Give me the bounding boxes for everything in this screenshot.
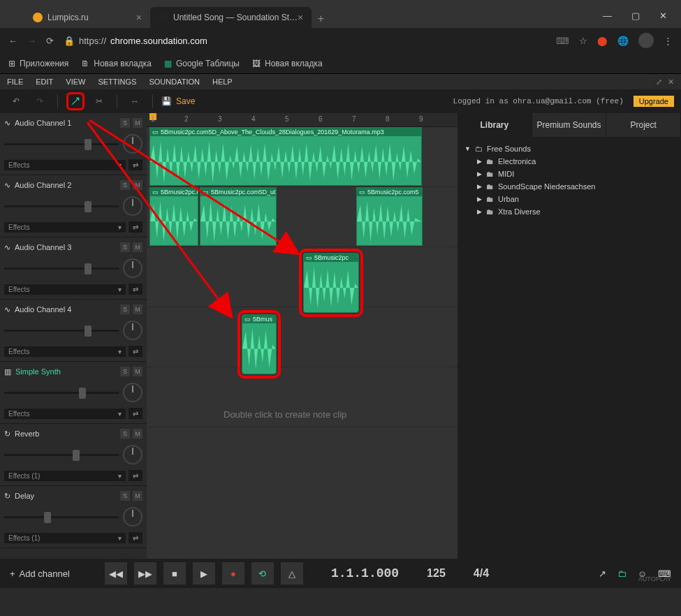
loop-button[interactable]: ⟲	[251, 562, 274, 585]
mute-button[interactable]: M	[133, 367, 142, 376]
pan-knob[interactable]	[123, 258, 142, 278]
track-name[interactable]: Audio Channel 1	[15, 119, 71, 127]
effects-dropdown[interactable]: Effects▾	[4, 222, 126, 233]
stop-button[interactable]: ■	[163, 562, 186, 585]
browser-tab[interactable]: Untitled Song — Soundation St… ×	[150, 7, 312, 28]
track[interactable]: ∿ Audio Channel 1 SM Effects▾ ⇄	[0, 113, 147, 175]
pan-knob[interactable]	[123, 321, 142, 340]
solo-button[interactable]: S	[120, 180, 130, 190]
mute-button[interactable]: M	[133, 242, 142, 252]
tree-folder[interactable]: ▶🖿SoundScape Niedersachsen	[463, 180, 675, 193]
audio-clip[interactable]: ▭5Bmus	[242, 314, 277, 374]
automation-button[interactable]: ⇄	[129, 284, 142, 295]
volume-slider[interactable]	[4, 516, 119, 518]
audio-clip[interactable]: ▭5Bmusic2pc.com5D	[149, 187, 198, 246]
extension-icon[interactable]: ⬤	[597, 36, 608, 46]
metronome-button[interactable]: △	[281, 562, 303, 585]
close-window-button[interactable]: ✕	[659, 10, 667, 21]
track-name[interactable]: Audio Channel 4	[15, 305, 71, 314]
audio-clip[interactable]: ▭5Bmusic2pc	[303, 253, 359, 313]
close-icon[interactable]: ×	[136, 12, 142, 23]
track[interactable]: ∿ Audio Channel 3 SM Effects▾ ⇄	[0, 237, 147, 300]
solo-button[interactable]: S	[120, 429, 130, 439]
tab-premium[interactable]: Premium Sounds	[532, 113, 607, 137]
menu-soundation[interactable]: SOUNDATION	[149, 78, 200, 86]
automation-button[interactable]: ⇄	[129, 221, 142, 233]
share-icon[interactable]: ↗	[599, 569, 606, 579]
record-button[interactable]: ●	[222, 562, 244, 585]
pan-knob[interactable]	[123, 383, 142, 402]
profile-avatar[interactable]	[638, 33, 654, 48]
save-button[interactable]: 💾 Save	[161, 96, 195, 106]
bookmark-item[interactable]: 🖼Новая вкладка	[252, 59, 323, 68]
tab-library[interactable]: Library	[457, 113, 532, 137]
mute-button[interactable]: M	[133, 429, 142, 439]
track-name[interactable]: Delay	[15, 492, 34, 500]
tab-project[interactable]: Project	[606, 113, 681, 137]
undo-button[interactable]: ↶	[7, 92, 25, 110]
audio-clip[interactable]: ▭5Bmusic2pc.com5D_Above_The_Clouds_28Dia…	[149, 127, 422, 186]
position-display[interactable]: 1.1.1.000	[331, 566, 399, 580]
folder-icon[interactable]: 🗀	[617, 569, 627, 579]
track-lane[interactable]	[147, 307, 457, 367]
track[interactable]: ∿ Audio Channel 4 SM Effects▾ ⇄	[0, 300, 147, 362]
track-name[interactable]: Reverb	[15, 430, 39, 438]
bookmark-star-icon[interactable]: ☆	[579, 36, 587, 46]
globe-icon[interactable]: 🌐	[617, 36, 629, 46]
pan-knob[interactable]	[123, 196, 142, 216]
volume-slider[interactable]	[4, 205, 119, 207]
automation-button[interactable]: ⇄	[129, 408, 142, 419]
menu-file[interactable]: FILE	[7, 78, 23, 86]
solo-button[interactable]: S	[120, 242, 130, 252]
track[interactable]: ↻ Reverb SM Effects (1)▾ ⇄	[0, 424, 147, 486]
mute-button[interactable]: M	[133, 118, 142, 128]
menu-view[interactable]: VIEW	[66, 78, 85, 86]
minimize-button[interactable]: —	[603, 10, 612, 21]
effects-dropdown[interactable]: Effects▾	[4, 160, 126, 170]
mute-button[interactable]: M	[133, 180, 142, 190]
pan-knob[interactable]	[123, 507, 142, 527]
tempo-display[interactable]: 125	[427, 567, 446, 580]
back-button[interactable]: ←	[8, 36, 17, 46]
new-tab-button[interactable]: +	[312, 10, 330, 28]
volume-slider[interactable]	[4, 267, 119, 270]
audio-clip[interactable]: ▭5Bmusic2pc.com5	[356, 187, 423, 246]
effects-dropdown[interactable]: Effects▾	[4, 346, 126, 357]
effects-dropdown[interactable]: Effects (1)▾	[4, 471, 126, 481]
mute-button[interactable]: M	[133, 491, 142, 501]
bookmark-item[interactable]: 🗎Новая вкладка	[81, 59, 152, 68]
effects-dropdown[interactable]: Effects▾	[4, 284, 126, 295]
forward-button[interactable]: ▶▶	[134, 562, 156, 585]
automation-button[interactable]: ⇄	[129, 470, 142, 481]
close-icon[interactable]: ×	[298, 12, 303, 23]
timeline-ruler[interactable]: 123456789	[147, 113, 457, 127]
mute-button[interactable]: M	[133, 305, 142, 314]
track-lane[interactable]	[147, 247, 457, 307]
tree-folder[interactable]: ▶🖿Urban	[463, 193, 675, 205]
time-signature[interactable]: 4/4	[474, 567, 489, 580]
translate-icon[interactable]: ⌨	[556, 36, 569, 46]
audio-clip[interactable]: ▭5Bmusic2pc.com5D_u04	[200, 187, 277, 246]
volume-slider[interactable]	[4, 143, 119, 145]
menu-settings[interactable]: SETTINGS	[98, 78, 136, 86]
tree-folder[interactable]: ▶🖿Xtra Diverse	[463, 205, 675, 218]
tree-root[interactable]: ▼ 🗀 Free Sounds	[463, 142, 675, 155]
track-name[interactable]: Audio Channel 3	[15, 243, 71, 251]
timeline-area[interactable]: 123456789 ▭5Bmusic2pc.com5D_Above_The_Cl…	[147, 113, 457, 559]
solo-button[interactable]: S	[120, 118, 130, 128]
solo-button[interactable]: S	[120, 305, 130, 314]
menu-icon[interactable]: ⋮	[664, 36, 673, 46]
menu-edit[interactable]: EDIT	[36, 78, 53, 86]
rewind-button[interactable]: ◀◀	[105, 562, 127, 585]
forward-button[interactable]: →	[27, 36, 36, 46]
stretch-tool-button[interactable]: ↔	[126, 92, 144, 110]
bookmark-item[interactable]: ▦Google Таблицы	[164, 59, 240, 68]
volume-slider[interactable]	[4, 392, 119, 394]
automation-button[interactable]: ⇄	[129, 532, 142, 543]
expand-icon[interactable]: ⤢	[656, 78, 662, 87]
track-name[interactable]: Audio Channel 2	[15, 181, 71, 189]
arrow-tool-button[interactable]	[66, 92, 85, 110]
menu-help[interactable]: HELP	[212, 78, 233, 86]
upgrade-button[interactable]: Upgrade	[634, 96, 674, 107]
browser-tab[interactable]: Lumpics.ru ×	[24, 7, 150, 28]
